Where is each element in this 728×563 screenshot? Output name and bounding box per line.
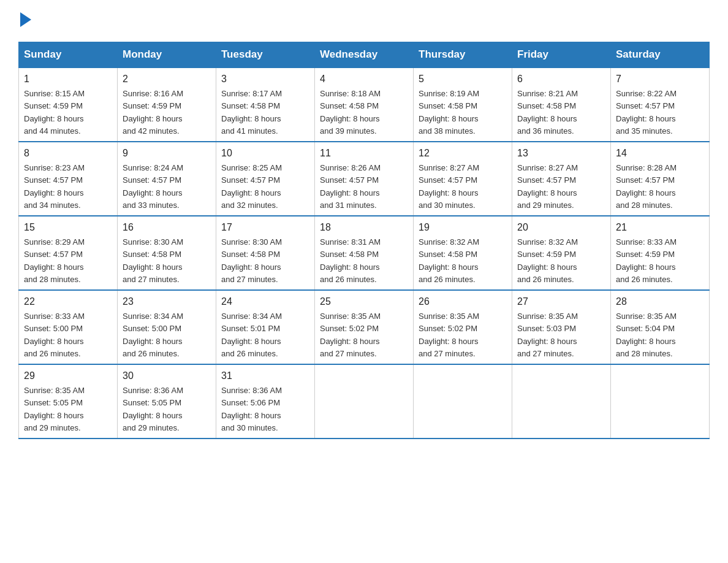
calendar-cell xyxy=(512,364,611,439)
day-number: 3 xyxy=(221,72,309,86)
day-info: Sunrise: 8:29 AMSunset: 4:57 PMDaylight:… xyxy=(24,237,85,284)
day-info: Sunrise: 8:22 AMSunset: 4:57 PMDaylight:… xyxy=(616,89,677,136)
calendar-cell: 24 Sunrise: 8:34 AMSunset: 5:01 PMDaylig… xyxy=(216,290,315,364)
day-info: Sunrise: 8:33 AMSunset: 4:59 PMDaylight:… xyxy=(616,237,677,284)
day-info: Sunrise: 8:31 AMSunset: 4:58 PMDaylight:… xyxy=(320,237,381,284)
day-info: Sunrise: 8:24 AMSunset: 4:57 PMDaylight:… xyxy=(123,163,183,210)
calendar-cell: 8 Sunrise: 8:23 AMSunset: 4:57 PMDayligh… xyxy=(19,142,118,216)
day-info: Sunrise: 8:15 AMSunset: 4:59 PMDaylight:… xyxy=(24,89,85,136)
calendar-cell: 17 Sunrise: 8:30 AMSunset: 4:58 PMDaylig… xyxy=(216,216,315,290)
day-header-wednesday: Wednesday xyxy=(315,42,414,68)
day-info: Sunrise: 8:35 AMSunset: 5:02 PMDaylight:… xyxy=(320,312,381,358)
day-info: Sunrise: 8:32 AMSunset: 4:59 PMDaylight:… xyxy=(517,237,578,284)
week-row-3: 15 Sunrise: 8:29 AMSunset: 4:57 PMDaylig… xyxy=(19,216,710,290)
day-number: 21 xyxy=(616,220,704,235)
day-number: 11 xyxy=(320,146,408,161)
calendar-cell: 1 Sunrise: 8:15 AMSunset: 4:59 PMDayligh… xyxy=(19,67,118,142)
day-info: Sunrise: 8:18 AMSunset: 4:58 PMDaylight:… xyxy=(320,89,381,136)
day-info: Sunrise: 8:30 AMSunset: 4:58 PMDaylight:… xyxy=(123,237,183,284)
calendar-cell: 23 Sunrise: 8:34 AMSunset: 5:00 PMDaylig… xyxy=(118,290,216,364)
calendar-cell: 2 Sunrise: 8:16 AMSunset: 4:59 PMDayligh… xyxy=(118,67,216,142)
day-number: 30 xyxy=(123,369,211,383)
day-number: 7 xyxy=(616,72,704,86)
calendar-cell: 12 Sunrise: 8:27 AMSunset: 4:57 PMDaylig… xyxy=(414,142,512,216)
calendar-cell: 14 Sunrise: 8:28 AMSunset: 4:57 PMDaylig… xyxy=(611,142,710,216)
calendar-cell: 21 Sunrise: 8:33 AMSunset: 4:59 PMDaylig… xyxy=(611,216,710,290)
calendar-cell: 15 Sunrise: 8:29 AMSunset: 4:57 PMDaylig… xyxy=(19,216,118,290)
day-number: 6 xyxy=(517,72,605,86)
calendar-header: SundayMondayTuesdayWednesdayThursdayFrid… xyxy=(19,42,710,68)
day-number: 26 xyxy=(419,294,507,309)
day-number: 18 xyxy=(320,220,408,235)
calendar-cell: 9 Sunrise: 8:24 AMSunset: 4:57 PMDayligh… xyxy=(118,142,216,216)
calendar-cell: 31 Sunrise: 8:36 AMSunset: 5:06 PMDaylig… xyxy=(216,364,315,439)
calendar-cell xyxy=(315,364,414,439)
day-number: 17 xyxy=(221,220,309,235)
calendar-cell: 11 Sunrise: 8:26 AMSunset: 4:57 PMDaylig… xyxy=(315,142,414,216)
day-header-tuesday: Tuesday xyxy=(216,42,315,68)
calendar-cell: 19 Sunrise: 8:32 AMSunset: 4:58 PMDaylig… xyxy=(414,216,512,290)
day-number: 31 xyxy=(221,369,309,383)
day-number: 15 xyxy=(24,220,112,235)
day-info: Sunrise: 8:35 AMSunset: 5:03 PMDaylight:… xyxy=(517,312,578,358)
day-info: Sunrise: 8:27 AMSunset: 4:57 PMDaylight:… xyxy=(419,163,479,210)
logo-triangle-icon xyxy=(20,12,31,27)
calendar-cell: 28 Sunrise: 8:35 AMSunset: 5:04 PMDaylig… xyxy=(611,290,710,364)
calendar-cell: 26 Sunrise: 8:35 AMSunset: 5:02 PMDaylig… xyxy=(414,290,512,364)
day-number: 14 xyxy=(616,146,704,161)
header-row: SundayMondayTuesdayWednesdayThursdayFrid… xyxy=(19,42,710,68)
day-number: 8 xyxy=(24,146,112,161)
week-row-1: 1 Sunrise: 8:15 AMSunset: 4:59 PMDayligh… xyxy=(19,67,710,142)
calendar-cell: 22 Sunrise: 8:33 AMSunset: 5:00 PMDaylig… xyxy=(19,290,118,364)
day-number: 1 xyxy=(24,72,112,86)
day-info: Sunrise: 8:16 AMSunset: 4:59 PMDaylight:… xyxy=(123,89,183,136)
day-number: 19 xyxy=(419,220,507,235)
calendar-table: SundayMondayTuesdayWednesdayThursdayFrid… xyxy=(18,42,710,439)
day-info: Sunrise: 8:36 AMSunset: 5:06 PMDaylight:… xyxy=(221,386,282,432)
calendar-cell: 30 Sunrise: 8:36 AMSunset: 5:05 PMDaylig… xyxy=(118,364,216,439)
calendar-cell: 18 Sunrise: 8:31 AMSunset: 4:58 PMDaylig… xyxy=(315,216,414,290)
day-info: Sunrise: 8:23 AMSunset: 4:57 PMDaylight:… xyxy=(24,163,85,210)
calendar-cell: 29 Sunrise: 8:35 AMSunset: 5:05 PMDaylig… xyxy=(19,364,118,439)
calendar-cell xyxy=(611,364,710,439)
week-row-5: 29 Sunrise: 8:35 AMSunset: 5:05 PMDaylig… xyxy=(19,364,710,439)
calendar-cell: 20 Sunrise: 8:32 AMSunset: 4:59 PMDaylig… xyxy=(512,216,611,290)
day-number: 28 xyxy=(616,294,704,309)
calendar-cell: 27 Sunrise: 8:35 AMSunset: 5:03 PMDaylig… xyxy=(512,290,611,364)
day-info: Sunrise: 8:33 AMSunset: 5:00 PMDaylight:… xyxy=(24,312,85,358)
calendar-cell: 5 Sunrise: 8:19 AMSunset: 4:58 PMDayligh… xyxy=(414,67,512,142)
week-row-2: 8 Sunrise: 8:23 AMSunset: 4:57 PMDayligh… xyxy=(19,142,710,216)
day-number: 12 xyxy=(419,146,507,161)
day-number: 9 xyxy=(123,146,211,161)
calendar-cell: 6 Sunrise: 8:21 AMSunset: 4:58 PMDayligh… xyxy=(512,67,611,142)
day-info: Sunrise: 8:34 AMSunset: 5:00 PMDaylight:… xyxy=(123,312,183,358)
calendar-cell: 3 Sunrise: 8:17 AMSunset: 4:58 PMDayligh… xyxy=(216,67,315,142)
day-info: Sunrise: 8:21 AMSunset: 4:58 PMDaylight:… xyxy=(517,89,578,136)
day-number: 13 xyxy=(517,146,605,161)
day-info: Sunrise: 8:17 AMSunset: 4:58 PMDaylight:… xyxy=(221,89,282,136)
day-number: 5 xyxy=(419,72,507,86)
calendar-cell: 16 Sunrise: 8:30 AMSunset: 4:58 PMDaylig… xyxy=(118,216,216,290)
day-number: 25 xyxy=(320,294,408,309)
day-number: 4 xyxy=(320,72,408,86)
day-info: Sunrise: 8:35 AMSunset: 5:02 PMDaylight:… xyxy=(419,312,479,358)
day-number: 27 xyxy=(517,294,605,309)
calendar-cell: 25 Sunrise: 8:35 AMSunset: 5:02 PMDaylig… xyxy=(315,290,414,364)
day-info: Sunrise: 8:35 AMSunset: 5:04 PMDaylight:… xyxy=(616,312,677,358)
day-header-saturday: Saturday xyxy=(611,42,710,68)
page-header xyxy=(18,12,710,29)
calendar-cell: 4 Sunrise: 8:18 AMSunset: 4:58 PMDayligh… xyxy=(315,67,414,142)
calendar-cell: 13 Sunrise: 8:27 AMSunset: 4:57 PMDaylig… xyxy=(512,142,611,216)
calendar-body: 1 Sunrise: 8:15 AMSunset: 4:59 PMDayligh… xyxy=(19,67,710,439)
day-header-friday: Friday xyxy=(512,42,611,68)
day-info: Sunrise: 8:27 AMSunset: 4:57 PMDaylight:… xyxy=(517,163,578,210)
day-header-thursday: Thursday xyxy=(414,42,512,68)
day-header-monday: Monday xyxy=(118,42,216,68)
day-info: Sunrise: 8:25 AMSunset: 4:57 PMDaylight:… xyxy=(221,163,282,210)
day-info: Sunrise: 8:35 AMSunset: 5:05 PMDaylight:… xyxy=(24,386,85,432)
day-info: Sunrise: 8:36 AMSunset: 5:05 PMDaylight:… xyxy=(123,386,183,432)
week-row-4: 22 Sunrise: 8:33 AMSunset: 5:00 PMDaylig… xyxy=(19,290,710,364)
day-number: 16 xyxy=(123,220,211,235)
day-number: 24 xyxy=(221,294,309,309)
day-number: 2 xyxy=(123,72,211,86)
